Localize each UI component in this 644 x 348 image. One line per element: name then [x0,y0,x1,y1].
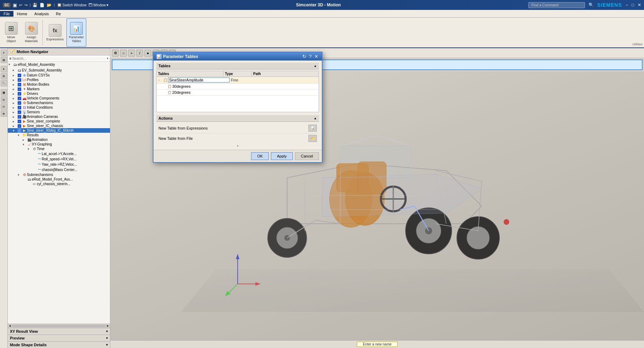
vp-btn-5[interactable]: ● [144,50,151,57]
xy-result-chevron[interactable]: ▾ [106,330,108,333]
expr-action-icon[interactable]: 📊 [308,125,317,132]
dialog-close-btn[interactable]: ✕ [314,54,319,59]
nav-item-results[interactable]: ▾ 📁 Results [8,133,110,137]
nav-item-animation[interactable]: ▸ 🎬 Animation [8,137,110,142]
ribbon-assign-materials[interactable]: 🎨 AssignMaterials [22,18,41,47]
actions-collapse-icon[interactable]: ▲ [314,116,317,120]
save-icon[interactable]: 💾 [33,3,37,7]
redo-btn[interactable]: ↪ [24,3,28,7]
cancel-button[interactable]: Cancel [295,152,319,160]
dialog-button-row: OK Apply Cancel [153,150,322,162]
menu-analysis[interactable]: Analysis [31,11,52,17]
actions-scroll[interactable]: ▾ [156,143,319,148]
dialog-row-30deg[interactable]: 📋 30degrees [157,84,319,90]
actions-section-header[interactable]: Actions ▲ [156,115,319,122]
tables-section-header[interactable]: Tables ▲ [156,63,319,69]
dialog-refresh-btn[interactable]: ↻ [302,54,307,59]
table-name-edit[interactable] [168,78,230,82]
mode-shape-chevron[interactable]: ▾ [106,343,108,347]
menu-icon[interactable]: ≡ [9,56,11,61]
nav-item-sine-complete[interactable]: ▸ ✓ ▶ Sine_steer_complete [8,119,110,124]
status-bar: Enter a new name [110,340,644,348]
nav-item-xy[interactable]: ▾ 📈 XY-Graphing [8,142,110,147]
ribbon-parameter-tables[interactable]: 📊 ParameterTables [66,18,86,47]
nav-item-profiles[interactable]: ▸ ✓ Ln Profiles [8,78,110,82]
ribbon-move-object[interactable]: ⊞ MoveObject [1,18,21,47]
nav-item-datum[interactable]: ▸ ✓ ⊕ Datum CSYSs [8,73,110,78]
undo-btn[interactable]: ↩ [19,3,22,7]
open-icon[interactable]: 📂 [47,3,52,7]
menu-file[interactable]: File [0,11,13,17]
menu-re[interactable]: Re [52,11,64,17]
nav-item-anim-cameras[interactable]: ▸ ✓ 🎥 Animation Cameras [8,114,110,119]
vp-btn-1[interactable]: ⊕ [112,50,119,57]
navigator-search-input[interactable] [12,57,106,61]
tables-collapse-icon[interactable]: ▲ [314,64,317,68]
nav-item-time[interactable]: ▾ ⏱ Time [8,147,110,151]
mode-shape-header[interactable]: Mode Shape Details ▾ [8,342,110,348]
ribbon: ⊞ MoveObject 🎨 AssignMaterials fx Expres… [0,18,644,48]
navigator-search-bar: ≡ ▾ [8,56,110,62]
left-tool-1[interactable]: ≡ [1,50,7,56]
vp-btn-4[interactable]: / [136,50,143,57]
nav-item-submech2[interactable]: ▾ ⚙ Submechanisms [8,172,110,177]
col-tables: Tables [157,71,224,76]
nav-item-sensors[interactable]: ▸ ✓ 📡 Sensors [8,110,110,114]
nav-item-cyl-chassis[interactable]: xc cyl_chassis_steerin... [8,182,110,186]
nav-item-yaw-rate[interactable]: 〜 Yaw_rate->RZ,Veloc... [8,162,110,167]
nav-hscroll[interactable]: ◄ ► [8,324,110,328]
nav-item-markers[interactable]: ▸ ✓ ✦ Markers [8,87,110,91]
left-tool-3[interactable]: ✦ [1,66,7,72]
nav-item-ev[interactable]: ▸ 🗂 EV_Submodel_Assembly [8,67,110,73]
nav-item-motion-bodies[interactable]: ▸ ✓ ⊠ Motion Bodies [8,82,110,87]
left-tool-7[interactable]: ◎ [1,96,7,103]
left-tool-9[interactable]: ⊕ [1,110,7,117]
nav-item-initial[interactable]: ▸ ✓ ⊡ Initial Conditions [8,105,110,110]
preview-header[interactable]: Preview ▾ [8,335,110,341]
xy-result-header[interactable]: XY Result View ▾ [8,328,110,335]
ok-button[interactable]: OK [251,152,269,160]
nav-item-sine-30deg[interactable]: ▾ ✓ ▶ Sine_steer_30deg_IC_60kmh [8,128,110,133]
left-vertical-toolbar: ≡ ▤ ✦ ⚙ 🔧 ▦ ◎ ⊙ ⊕ [0,48,8,348]
apply-button[interactable]: Apply [271,152,293,160]
nav-item-chassis-mass[interactable]: 〜 chassis[Mass Center... [8,167,110,172]
left-tool-2[interactable]: ▤ [1,57,7,63]
preview-chevron[interactable]: ▾ [106,336,108,340]
dialog-action-row-2[interactable]: New Table from File 📂 [156,133,319,143]
dropdown-arrow[interactable]: ▾ [107,57,109,60]
utilities-label: Utilities [632,18,643,47]
ribbon-expressions[interactable]: fx Expressions [44,18,66,47]
nav-item-drivers[interactable]: ▸ ✓ ⚡ Drivers [8,91,110,96]
minimize-btn[interactable]: − [626,2,628,7]
dialog-help-btn[interactable]: ? [308,54,312,59]
vp-btn-2[interactable]: ○ [120,50,127,57]
nav-item-sine-ic[interactable]: ▸ ✓ ▶ Sine_steer_IC_chassis [8,124,110,128]
nav-item-submech[interactable]: ▸ ✓ ⚙ Submechanisms [8,101,110,105]
search-icon[interactable]: 🔍 [588,2,594,7]
left-tool-5[interactable]: 🔧 [1,80,7,86]
switch-window-btn[interactable]: 🔲 Switch Window [57,3,87,7]
xy-result-panel: XY Result View ▾ [8,328,110,335]
left-tool-4[interactable]: ⚙ [1,73,7,79]
file-action-icon[interactable]: 📂 [308,135,317,142]
left-tool-8[interactable]: ⊙ [1,103,7,110]
dialog-row-1[interactable]: − 📋 Free [157,77,319,84]
nav-tree: ▾ 🗂 eRod_Model_Assembly ▸ 🗂 EV_Submodel_… [8,62,110,324]
mode-shape-panel: Mode Shape Details ▾ [8,341,110,348]
nav-item-vehicle[interactable]: ▸ ✓ 🚗 Vehicle Components [8,96,110,101]
nav-item-roll-speed[interactable]: 〜 Roll_speed->RX,Vel... [8,156,110,162]
left-tool-6[interactable]: ▦ [1,89,7,96]
menu-home[interactable]: Home [13,11,31,17]
dialog-action-row-1[interactable]: New Table from Expressions 📊 [156,123,319,133]
new-icon[interactable]: 📄 [40,3,45,7]
nav-root-label: eRod_Model_Assembly [18,63,55,67]
window-menu-btn[interactable]: 🗔 Window ▾ [88,3,109,7]
vp-btn-3[interactable]: + [128,50,135,57]
nav-item-erod-front[interactable]: 🗂 eRod_Model_Front_Ass... [8,177,110,182]
nav-item-root[interactable]: ▾ 🗂 eRod_Model_Assembly [8,62,110,67]
dialog-row-20deg[interactable]: 📋 20degrees [157,90,319,96]
nav-item-lat-accel[interactable]: 〜 Lat_accel->Y,Accele... [8,151,110,156]
maximize-btn[interactable]: □ [632,2,634,7]
close-btn[interactable]: ✕ [638,2,641,7]
find-command-input[interactable]: Find a Command [528,2,585,8]
